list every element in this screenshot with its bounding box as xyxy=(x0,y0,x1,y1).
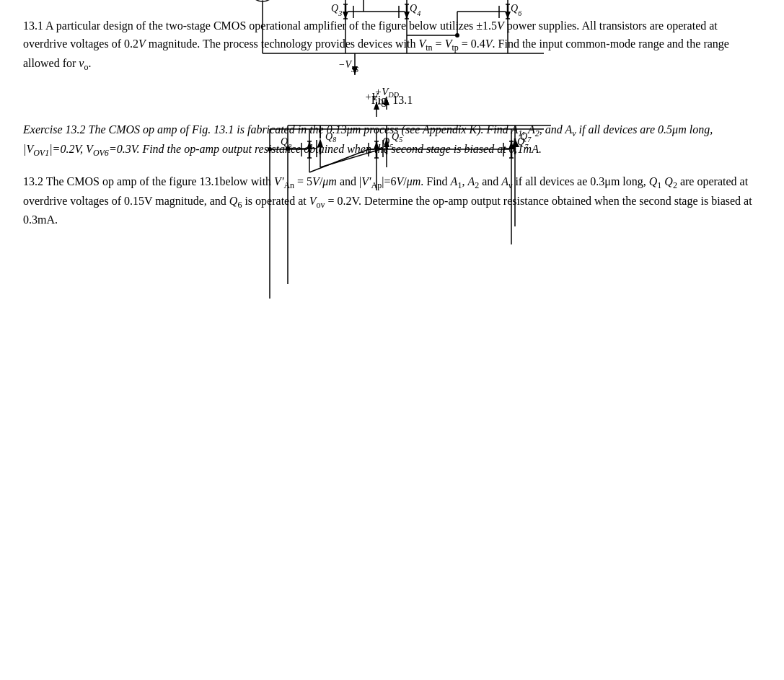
exercise-text: Exercise 13.2 The CMOS op amp of Fig. 13… xyxy=(23,121,761,160)
circuit-figure: +VDD Q8 Q5 xyxy=(176,82,609,107)
svg-marker-157 xyxy=(404,12,410,19)
svg-text:Q4: Q4 xyxy=(410,3,420,17)
svg-text:Q6: Q6 xyxy=(511,3,521,17)
final-circuit: +VDD Q8 Q5 xyxy=(176,0,609,89)
svg-marker-167 xyxy=(505,12,511,19)
figure-caption: Fig. 13.1 xyxy=(371,94,413,107)
svg-text:Q3: Q3 xyxy=(331,3,342,17)
svg-marker-144 xyxy=(343,12,348,19)
svg-point-173 xyxy=(455,33,459,37)
